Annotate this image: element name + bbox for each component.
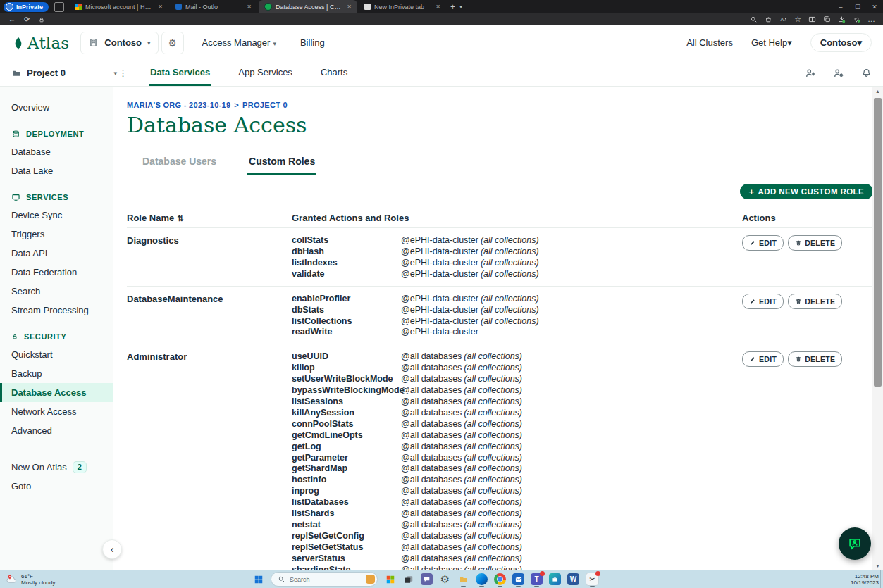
close-button[interactable]: ✕	[866, 4, 883, 11]
sidebar-item-database-access[interactable]: Database Access	[0, 383, 113, 402]
delete-button[interactable]: DELETE	[788, 235, 842, 251]
microsoft-favicon-icon	[75, 4, 82, 10]
breadcrumb-link[interactable]: PROJECT 0	[242, 101, 288, 109]
tab-groups-icon[interactable]	[54, 2, 64, 12]
browser-essentials-icon[interactable]	[853, 15, 860, 23]
store-icon[interactable]	[549, 573, 561, 585]
start-button[interactable]	[252, 573, 264, 585]
edge-icon[interactable]	[476, 573, 488, 585]
chat-icon[interactable]	[421, 573, 433, 585]
maximize-button[interactable]: ☐	[849, 4, 866, 11]
downloads-icon[interactable]	[838, 15, 846, 23]
outlook-icon[interactable]	[512, 573, 524, 585]
project-menu-icon[interactable]: ⋮	[118, 68, 128, 78]
file-explorer-icon[interactable]	[457, 573, 469, 585]
scroll-up-icon[interactable]: ▲	[872, 89, 883, 94]
browser-tab[interactable]: New InPrivate tab✕	[359, 0, 446, 13]
header-link-access-manager[interactable]: Access Manager▾	[202, 37, 276, 48]
header-link-get-help[interactable]: Get Help▾	[751, 37, 792, 48]
sidebar-item-data-api[interactable]: Data API	[0, 244, 113, 263]
browser-tab[interactable]: Microsoft account | Home✕	[70, 0, 168, 13]
notifications-icon[interactable]	[861, 68, 872, 78]
sidebar-item-overview[interactable]: Overview	[0, 98, 113, 117]
back-icon[interactable]: ←	[8, 15, 16, 23]
breadcrumb-link[interactable]: MARIA'S ORG - 2023-10-19	[127, 101, 230, 109]
split-screen-icon[interactable]	[808, 15, 816, 23]
sidebar-item-quickstart[interactable]: Quickstart	[0, 345, 113, 364]
sidebar-item-triggers[interactable]: Triggers	[0, 225, 113, 244]
sidebar-item-advanced[interactable]: Advanced	[0, 421, 113, 440]
browser-tab[interactable]: Mail - Outlo✕	[170, 0, 257, 13]
page-scrollbar[interactable]: ▲ ▼	[872, 87, 883, 570]
tab-close-icon[interactable]: ✕	[156, 4, 164, 10]
inprivate-badge[interactable]: InPrivate	[4, 2, 49, 12]
grant-target: @all databases	[401, 363, 462, 374]
new-tab-button[interactable]: +	[450, 2, 455, 12]
settings-icon[interactable]: ⚙	[439, 573, 451, 585]
nav-tab-data-services[interactable]: Data Services	[149, 60, 211, 86]
tab-search-caret-icon[interactable]: ▾	[459, 4, 462, 10]
delete-button[interactable]: DELETE	[788, 294, 842, 309]
invite-user-icon[interactable]	[805, 68, 816, 79]
settings-more-icon[interactable]: …	[867, 15, 876, 23]
taskbar-clock[interactable]: 12:48 PM 10/19/2023	[851, 573, 879, 586]
chrome-icon[interactable]	[494, 573, 506, 585]
main-content: MARIA'S ORG - 2023-10-19>PROJECT 0 Datab…	[113, 87, 883, 570]
atlas-logo[interactable]: Atlas	[11, 34, 69, 52]
taskbar-search[interactable]: Search	[271, 572, 378, 587]
task-view-icon[interactable]	[402, 573, 414, 585]
taskbar-weather-widget[interactable]: 61°F Mostly cloudy	[6, 573, 55, 586]
widgets-icon[interactable]	[384, 573, 396, 585]
edit-button[interactable]: EDIT	[742, 294, 784, 309]
favorites-icon[interactable]: ☆	[794, 15, 801, 23]
sidebar-item-search[interactable]: Search	[0, 282, 113, 301]
support-chat-button[interactable]	[839, 527, 871, 560]
sidebar-item-new-on-atlas[interactable]: New On Atlas2	[0, 458, 113, 477]
delete-button[interactable]: DELETE	[788, 351, 842, 367]
refresh-icon[interactable]: ⟳	[24, 15, 30, 23]
snip-icon[interactable]: ✂	[586, 573, 599, 586]
shopping-icon[interactable]	[765, 15, 772, 23]
read-aloud-icon[interactable]: A	[779, 15, 787, 23]
grant-target: @ePHI-data-cluster	[401, 316, 478, 327]
word-icon[interactable]: W	[567, 573, 579, 585]
sidebar: OverviewDEPLOYMENTDatabaseData LakeSERVI…	[0, 87, 113, 570]
project-selector[interactable]: Project 0 ▾	[11, 68, 117, 78]
sidebar-item-data-lake[interactable]: Data Lake	[0, 161, 113, 180]
add-new-custom-role-button[interactable]: + ADD NEW CUSTOM ROLE	[740, 184, 874, 199]
column-role-name[interactable]: Role Name⇅	[127, 213, 292, 223]
zoom-in-icon[interactable]	[750, 15, 758, 23]
sidebar-item-stream-processing[interactable]: Stream Processing	[0, 301, 113, 320]
tab-close-icon[interactable]: ✕	[245, 4, 253, 10]
tab-database-users[interactable]: Database Users	[141, 151, 218, 175]
scroll-down-icon[interactable]: ▼	[872, 563, 883, 568]
header-link-all-clusters[interactable]: All Clusters	[686, 37, 733, 48]
tab-close-icon[interactable]: ✕	[434, 4, 442, 10]
browser-tab[interactable]: Database Access | Cloud: Mong✕	[259, 0, 357, 13]
tab-custom-roles[interactable]: Custom Roles	[247, 151, 316, 175]
sidebar-item-goto[interactable]: Goto	[0, 477, 113, 496]
nav-tab-app-services[interactable]: App Services	[237, 60, 294, 86]
org-selector[interactable]: Contoso ▾	[80, 32, 158, 54]
tab-close-icon[interactable]: ✕	[345, 4, 353, 10]
minimize-button[interactable]: –	[832, 4, 849, 11]
sidebar-item-backup[interactable]: Backup	[0, 364, 113, 383]
teams-icon[interactable]: T	[531, 573, 543, 585]
user-settings-icon[interactable]	[833, 68, 844, 79]
sidebar-item-network-access[interactable]: Network Access	[0, 402, 113, 421]
header-link-billing[interactable]: Billing	[300, 37, 325, 48]
sidebar-item-device-sync[interactable]: Device Sync	[0, 206, 113, 225]
scrollbar-thumb[interactable]	[874, 98, 882, 387]
sidebar-item-database[interactable]: Database	[0, 142, 113, 161]
nav-tab-charts[interactable]: Charts	[319, 60, 349, 86]
org-settings-button[interactable]: ⚙	[161, 32, 184, 54]
grant-target: @all databases	[401, 497, 462, 508]
site-lock-icon[interactable]	[38, 16, 45, 23]
show-desktop-button[interactable]	[880, 570, 883, 588]
sidebar-collapse-button[interactable]: ‹	[102, 539, 122, 559]
sidebar-item-data-federation[interactable]: Data Federation	[0, 263, 113, 282]
header-link-contoso[interactable]: Contoso▾	[810, 33, 872, 52]
edit-button[interactable]: EDIT	[742, 235, 784, 251]
edit-button[interactable]: EDIT	[742, 351, 784, 367]
collections-icon[interactable]	[823, 15, 831, 23]
